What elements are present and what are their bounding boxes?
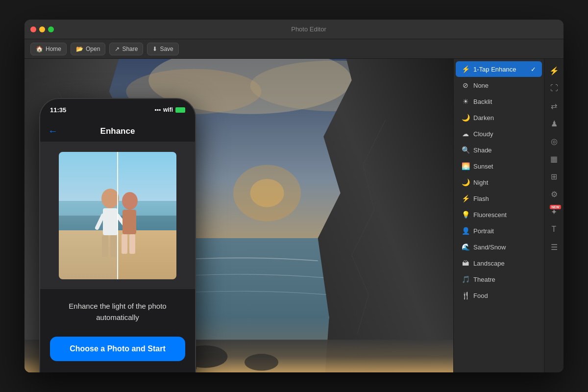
- enhance-item-none[interactable]: ⊘ None: [456, 77, 542, 93]
- enhance-item-sandsnow[interactable]: 🌊 Sand/Snow: [456, 239, 542, 255]
- close-button[interactable]: [30, 26, 36, 32]
- open-button[interactable]: 📂 Open: [71, 43, 105, 55]
- svg-rect-20: [122, 234, 127, 254]
- traffic-lights: [30, 26, 54, 32]
- mobile-overlay: 11:35 ▪▪▪ wifi ← Enhance: [39, 98, 196, 372]
- sunset-icon: 🌅: [462, 162, 469, 170]
- enhance-item-night[interactable]: 🌙 Night: [456, 174, 542, 190]
- food-icon: 🍴: [462, 292, 469, 299]
- sandsnow-icon: 🌊: [462, 243, 469, 251]
- enhance-item-food[interactable]: 🍴 Food: [456, 288, 542, 303]
- new-badge: NEW: [550, 205, 561, 209]
- wifi-icon: wifi: [163, 106, 173, 113]
- home-icon: 🏠: [36, 46, 43, 52]
- layers-tool-button[interactable]: ▦: [546, 151, 562, 167]
- mobile-preview-area: [40, 142, 195, 289]
- svg-point-18: [122, 192, 138, 210]
- save-button[interactable]: ⬇ Save: [147, 43, 178, 55]
- crop-tool-icon: ⛶: [550, 84, 558, 93]
- mac-window: Photo Editor 🏠 Home 📂 Open ↗ Share ⬇ Sav…: [24, 20, 564, 372]
- maximize-button[interactable]: [48, 26, 54, 32]
- flash-icon: ⚡: [462, 195, 469, 202]
- title-bar: Photo Editor: [24, 20, 564, 39]
- mobile-nav: ← Enhance: [40, 121, 195, 142]
- icon-sidebar: ⚡ ⛶ ⇄ ♟ ◎ ▦ ⊞ ⚙ ✦: [544, 59, 564, 372]
- share-icon: ↗: [115, 46, 120, 52]
- toolbar: 🏠 Home 📂 Open ↗ Share ⬇ Save: [24, 39, 564, 59]
- battery-icon: [175, 107, 185, 113]
- enhance-item-sunset[interactable]: 🌅 Sunset: [456, 158, 542, 174]
- settings-tool-button[interactable]: ⚙: [546, 186, 562, 202]
- do-not-show-area: Do not show again: [40, 367, 195, 372]
- adjust-tool-button[interactable]: ⇄: [546, 98, 562, 114]
- enhance-item-shade[interactable]: 🔍 Shade: [456, 142, 542, 158]
- enhance-item-cloudy[interactable]: ☁ Cloudy: [456, 126, 542, 142]
- home-button[interactable]: 🏠 Home: [30, 43, 67, 55]
- svg-point-5: [245, 354, 278, 371]
- enhance-item-landscape[interactable]: 🏔 Landscape: [456, 255, 542, 271]
- crop-tool-button[interactable]: ⛶: [546, 80, 562, 96]
- svg-point-8: [250, 179, 284, 207]
- minimize-button[interactable]: [39, 26, 45, 32]
- open-icon: 📂: [76, 46, 83, 52]
- none-icon: ⊘: [462, 81, 469, 89]
- enhance-item-fluorescent[interactable]: 💡 Fluorescent: [456, 207, 542, 222]
- svg-rect-21: [129, 234, 135, 254]
- shade-icon: 🔍: [462, 146, 469, 154]
- person-tool-icon: ♟: [551, 119, 558, 128]
- enhance-item-darken[interactable]: 🌙 Darken: [456, 110, 542, 125]
- text-tool-icon: T: [552, 225, 557, 234]
- mobile-status-icons: ▪▪▪ wifi: [154, 106, 185, 113]
- lines-tool-button[interactable]: ☰: [546, 239, 562, 255]
- backlit-icon: ☀: [462, 98, 469, 105]
- enhance-item-one-tap[interactable]: ⚡ 1-Tap Enhance ✓: [456, 61, 542, 77]
- mobile-status-bar: 11:35 ▪▪▪ wifi: [40, 99, 195, 121]
- enhance-panel: ⚡ 1-Tap Enhance ✓ ⊘ None ☀ Backlit 🌙 Dar…: [453, 59, 544, 372]
- enhance-item-portrait[interactable]: 👤 Portrait: [456, 223, 542, 239]
- mobile-screen-title: Enhance: [62, 126, 173, 136]
- portrait-icon: 👤: [462, 227, 469, 235]
- enhance-item-flash[interactable]: ⚡ Flash: [456, 191, 542, 206]
- mobile-description-area: Enhance the light of the photo automatic…: [40, 289, 195, 331]
- person-tool-button[interactable]: ♟: [546, 116, 562, 131]
- circle-tool-icon: ◎: [551, 137, 558, 146]
- cloudy-icon: ☁: [462, 130, 469, 138]
- mobile-description-text: Enhance the light of the photo automatic…: [50, 301, 185, 323]
- circle-tool-button[interactable]: ◎: [546, 133, 562, 149]
- back-button[interactable]: ←: [48, 125, 58, 137]
- save-icon: ⬇: [152, 46, 157, 52]
- text-tool-button[interactable]: T: [546, 221, 562, 237]
- enhance-tool-button[interactable]: ⚡: [546, 63, 562, 78]
- main-content: 11:35 ▪▪▪ wifi ← Enhance: [24, 59, 564, 372]
- check-icon: ✓: [531, 66, 536, 73]
- mobile-time: 11:35: [50, 106, 66, 114]
- one-tap-icon: ⚡: [462, 65, 469, 73]
- share-button[interactable]: ↗ Share: [109, 43, 143, 55]
- adjust-tool-icon: ⇄: [551, 101, 557, 111]
- darken-icon: 🌙: [462, 114, 469, 122]
- grid-tool-button[interactable]: ⊞: [546, 169, 562, 184]
- canvas-area[interactable]: 11:35 ▪▪▪ wifi ← Enhance: [24, 59, 453, 372]
- night-icon: 🌙: [462, 178, 469, 186]
- layers-tool-icon: ▦: [550, 154, 558, 164]
- enhance-tool-icon: ⚡: [549, 66, 559, 75]
- theatre-icon: 🎵: [462, 275, 469, 283]
- mobile-photo-preview: [59, 152, 176, 279]
- landscape-icon: 🏔: [462, 259, 469, 267]
- star-tool-button[interactable]: ✦ NEW: [546, 204, 562, 220]
- svg-rect-23: [59, 152, 118, 279]
- enhance-list: ⚡ 1-Tap Enhance ✓ ⊘ None ☀ Backlit 🌙 Dar…: [454, 59, 544, 372]
- fluorescent-icon: 💡: [462, 211, 469, 219]
- grid-tool-icon: ⊞: [551, 172, 557, 181]
- settings-tool-icon: ⚙: [551, 190, 558, 199]
- signal-icon: ▪▪▪: [154, 106, 161, 113]
- cta-button[interactable]: Choose a Photo and Start: [50, 337, 185, 361]
- enhance-item-backlit[interactable]: ☀ Backlit: [456, 94, 542, 109]
- enhance-item-theatre[interactable]: 🎵 Theatre: [456, 271, 542, 287]
- svg-rect-19: [122, 210, 136, 234]
- lines-tool-icon: ☰: [551, 243, 558, 252]
- window-title: Photo Editor: [60, 25, 558, 33]
